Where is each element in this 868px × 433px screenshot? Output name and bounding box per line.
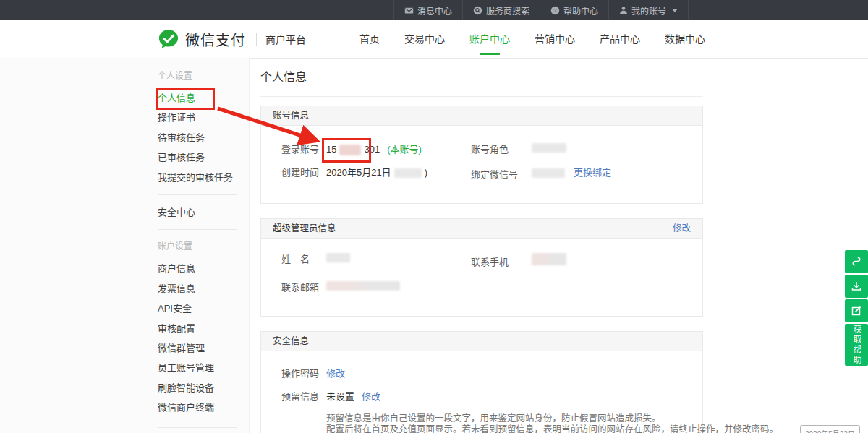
main-content: 个人信息 账号信息 登录账号 15 301 (本账号) 账号角色: [260, 58, 703, 433]
download-icon: [851, 280, 862, 292]
nav-transaction-center[interactable]: 交易中心: [404, 20, 445, 58]
login-account-value: 15 301 (本账号): [326, 143, 422, 156]
account-info-panel-header: 账号信息: [261, 106, 702, 126]
login-account-label: 登录账号: [281, 143, 326, 156]
admin-name-label: 姓 名: [281, 253, 326, 266]
reserved-info-edit-link[interactable]: 修改: [362, 390, 380, 403]
operation-password-field: 操作密码 修改: [281, 367, 691, 380]
sidebar-item-operation-certificate[interactable]: 操作证书: [158, 108, 249, 127]
created-time-value: 2020年5月21日 ): [326, 166, 427, 179]
redacted-admin-email: [326, 281, 400, 291]
login-account-field: 登录账号 15 301 (本账号): [281, 143, 471, 156]
edit-icon: [851, 305, 862, 317]
operation-password-edit-link[interactable]: 修改: [326, 367, 345, 380]
sidebar-item-wechat-merchant-terminal[interactable]: 微信商户终端: [158, 398, 249, 417]
security-info-panel-body: 操作密码 修改 预留信息 未设置 修改 预留信息是由你自己设置的一段文字，用来鉴…: [261, 351, 702, 433]
download-button[interactable]: [845, 275, 868, 298]
account-role-label: 账号角色: [471, 143, 532, 156]
sidebar-item-my-submitted-review-tasks[interactable]: 我提交的审核任务: [158, 168, 249, 187]
super-admin-panel-header: 超级管理员信息 修改: [261, 219, 702, 239]
user-icon: [619, 6, 628, 14]
sidebar-item-api-security[interactable]: API安全: [158, 299, 249, 318]
title-divider: [260, 96, 703, 97]
brand-name: 微信支付: [185, 29, 246, 50]
sidebar-item-merchant-info[interactable]: 商户信息: [158, 259, 249, 278]
super-admin-panel-body: 姓 名 联系手机 联系邮箱: [261, 239, 702, 316]
admin-phone-label: 联系手机: [471, 256, 532, 269]
message-center-label: 消息中心: [417, 4, 452, 17]
nav-home[interactable]: 首页: [359, 20, 380, 58]
admin-email-label: 联系邮箱: [281, 281, 326, 294]
account-info-panel-title: 账号信息: [273, 106, 309, 125]
rebind-link[interactable]: 更换绑定: [574, 166, 611, 179]
floating-toolbar: 获取帮助: [845, 250, 868, 366]
help-center-label: 帮助中心: [563, 4, 598, 17]
get-help-button[interactable]: 获取帮助: [845, 324, 868, 366]
account-info-panel-body: 登录账号 15 301 (本账号) 账号角色 创建时间: [261, 126, 702, 203]
nav-product-center[interactable]: 产品中心: [600, 20, 640, 58]
redacted-login-digits: [339, 145, 361, 155]
sidebar-divider: [158, 427, 237, 428]
admin-email-field: 联系邮箱: [281, 281, 691, 294]
sidebar-item-review-config[interactable]: 审核配置: [158, 319, 249, 338]
redacted-created-detail: [394, 168, 422, 178]
sidebar-heading-account-settings: 账户设置: [158, 237, 249, 256]
redacted-wechat-id: [532, 168, 565, 178]
created-time-field: 创建时间 2020年5月21日 ): [281, 166, 471, 181]
admin-name-field: 姓 名: [281, 253, 471, 269]
feedback-button[interactable]: [845, 299, 868, 322]
reserved-info-field: 预留信息 未设置 修改: [281, 390, 691, 403]
my-account-menu-item[interactable]: 我的账号: [608, 0, 689, 20]
page-title: 个人信息: [260, 69, 703, 86]
sidebar-item-face-smart-device[interactable]: 刷脸智能设备: [158, 378, 249, 398]
nav-data-center[interactable]: 数据中心: [665, 20, 705, 58]
current-account-tag: (本账号): [387, 143, 422, 156]
top-utility-menu: 消息中心 服务商搜索 ? 帮助中心 我的账号: [393, 0, 689, 20]
operation-password-label: 操作密码: [281, 367, 326, 380]
svg-text:?: ?: [553, 7, 556, 14]
link-icon: [851, 256, 862, 267]
super-admin-panel-title: 超级管理员信息: [273, 219, 336, 238]
security-info-panel-title: 安全信息: [273, 332, 309, 351]
service-provider-search-menu-item[interactable]: 服务商搜索: [462, 0, 540, 20]
help-center-menu-item[interactable]: ? 帮助中心: [540, 0, 608, 20]
admin-row-1: 姓 名 联系手机: [281, 253, 691, 269]
redacted-admin-phone: [532, 253, 566, 265]
date-tooltip: 2020年5月22日: [800, 425, 860, 433]
wechat-pay-logo-icon: [158, 28, 179, 50]
sidebar: 个人设置 个人信息 操作证书 待审核任务 已审核任务 我提交的审核任务 安全中心…: [0, 58, 250, 433]
super-admin-edit-link[interactable]: 修改: [673, 219, 691, 238]
primary-nav: 首页 交易中心 账户中心 营销中心 产品中心 数据中心: [359, 20, 705, 58]
mail-icon: [404, 6, 414, 15]
admin-row-2: 联系邮箱: [281, 281, 691, 294]
top-utility-bar: 消息中心 服务商搜索 ? 帮助中心 我的账号: [0, 0, 868, 20]
sidebar-item-invoice-info[interactable]: 发票信息: [158, 279, 249, 299]
question-icon: ?: [550, 6, 560, 15]
page-header: 微信支付 商户平台 首页 交易中心 账户中心 营销中心 产品中心 数据中心: [0, 20, 868, 59]
service-provider-search-label: 服务商搜索: [486, 4, 529, 17]
quick-link-button[interactable]: [845, 250, 868, 273]
security-info-panel-header: 安全信息: [261, 332, 702, 351]
sidebar-item-reviewed-tasks[interactable]: 已审核任务: [158, 147, 249, 167]
sidebar-item-staff-account-management[interactable]: 员工账号管理: [158, 358, 249, 377]
account-role-field: 账号角色: [471, 143, 660, 156]
reserved-info-row: 预留信息 未设置 修改: [281, 390, 691, 403]
bound-wechat-field: 绑定微信号 更换绑定: [471, 166, 660, 181]
bound-wechat-label: 绑定微信号: [471, 168, 532, 181]
sidebar-item-personal-info[interactable]: 个人信息: [158, 88, 249, 108]
reserved-info-label: 预留信息: [281, 390, 326, 403]
account-row-2: 创建时间 2020年5月21日 ) 绑定微信号 更换绑定: [281, 166, 691, 181]
sidebar-divider: [158, 194, 237, 195]
account-info-panel: 账号信息 登录账号 15 301 (本账号) 账号角色: [260, 106, 703, 204]
sidebar-item-security-center[interactable]: 安全中心: [158, 202, 249, 222]
nav-marketing-center[interactable]: 营销中心: [535, 20, 575, 58]
nav-account-center[interactable]: 账户中心: [469, 20, 510, 58]
sidebar-item-pending-review-tasks[interactable]: 待审核任务: [158, 128, 249, 147]
sidebar-item-wechat-group-management[interactable]: 微信群管理: [158, 338, 249, 358]
created-time-label: 创建时间: [281, 166, 326, 179]
operation-password-row: 操作密码 修改: [281, 367, 691, 380]
active-tab-underline: [480, 53, 500, 55]
my-account-label: 我的账号: [631, 4, 666, 17]
message-center-menu-item[interactable]: 消息中心: [393, 0, 462, 20]
brand[interactable]: 微信支付 商户平台: [158, 20, 306, 58]
